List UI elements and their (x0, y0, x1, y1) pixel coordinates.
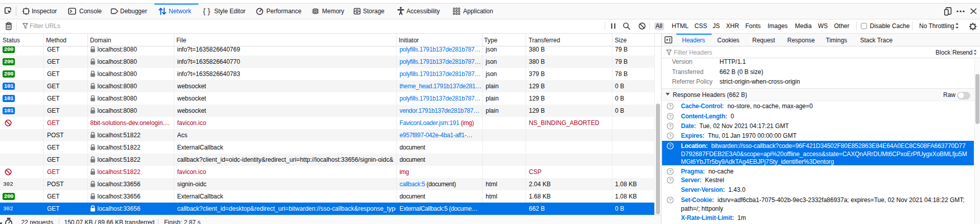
svg-text:?: ? (669, 123, 671, 129)
svg-text:?: ? (669, 143, 671, 148)
svg-text:?: ? (669, 178, 671, 183)
svg-text:?: ? (669, 197, 671, 203)
svg-text:?: ? (669, 169, 671, 174)
svg-text:?: ? (669, 104, 671, 109)
svg-text:?: ? (669, 133, 671, 138)
svg-text:?: ? (669, 114, 671, 119)
